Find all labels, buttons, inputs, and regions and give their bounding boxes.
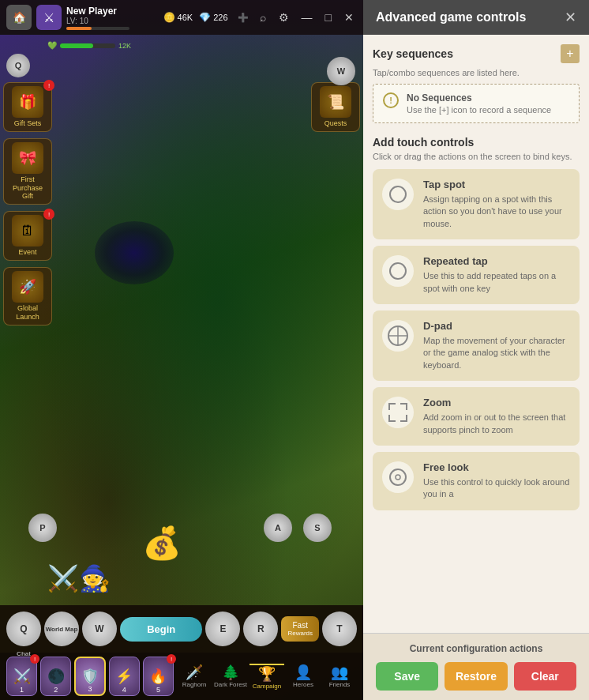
panel-title: Advanced game controls bbox=[376, 10, 526, 24]
skill-4-icon: ⚡ bbox=[115, 668, 133, 685]
skill-2[interactable]: 🌑 2 bbox=[40, 657, 71, 696]
player-info: New Player LV: 10 bbox=[66, 6, 159, 30]
skill-1[interactable]: ⚔️ 1 ! bbox=[6, 657, 37, 696]
gem-value: 226 bbox=[213, 13, 227, 22]
skill-5-badge: ! bbox=[167, 654, 176, 664]
maximize-button[interactable]: □ bbox=[322, 9, 335, 25]
s-button[interactable]: S bbox=[303, 514, 332, 542]
p-button[interactable]: P bbox=[28, 514, 57, 542]
global-launch-label: Global Launch bbox=[7, 304, 48, 322]
dpad-name: D-pad bbox=[423, 320, 570, 332]
repeated-tap-info: Repeated tap Use this to add repeated ta… bbox=[423, 255, 570, 295]
skill-5-num: 5 bbox=[156, 686, 160, 694]
hp-bar-area: 💚 12K bbox=[47, 41, 131, 50]
repeated-tap-card[interactable]: Repeated tap Use this to add repeated ta… bbox=[373, 246, 580, 304]
tap-spot-card[interactable]: Tap spot Assign tapping on a spot with t… bbox=[373, 169, 580, 239]
minimize-button[interactable]: — bbox=[298, 9, 316, 25]
zoom-card[interactable]: Zoom Add zoom in or out to the screen th… bbox=[373, 387, 580, 446]
tap-spot-name: Tap spot bbox=[423, 179, 570, 190]
repeated-tap-desc: Use this to add repeated taps on a spot … bbox=[423, 270, 570, 295]
vortex bbox=[95, 221, 174, 284]
close-window-button[interactable]: ✕ bbox=[341, 9, 357, 25]
e-button[interactable]: E bbox=[205, 612, 240, 646]
sidebar-item-event[interactable]: 🗓 Event ! bbox=[3, 211, 52, 261]
map-button[interactable]: World Map bbox=[44, 612, 79, 646]
side-menu-right: 📜 Quests bbox=[308, 79, 363, 135]
skill-1-icon: ⚔️ bbox=[13, 668, 31, 685]
nav-friends[interactable]: 👥 Friends bbox=[322, 664, 357, 690]
key-sequences-desc: Tap/combo sequences are listed here. bbox=[373, 68, 580, 77]
dpad-desc: Map the movement of your character or th… bbox=[423, 335, 570, 371]
footer-buttons: Save Restore Clear bbox=[376, 662, 576, 691]
repeated-tap-icon bbox=[382, 255, 414, 287]
touch-controls-title: Add touch controls bbox=[373, 136, 580, 149]
nav-dark-forest[interactable]: 🌲 Dark Forest bbox=[213, 664, 248, 690]
free-look-card[interactable]: Free look Use this control to quickly lo… bbox=[373, 452, 580, 510]
home-icon[interactable]: 🏠 bbox=[6, 5, 32, 30]
skill-2-icon: 🌑 bbox=[47, 668, 65, 685]
nav-raghorn[interactable]: 🗡️ Raghorn bbox=[177, 664, 212, 690]
dpad-card[interactable]: D-pad Map the movement of your character… bbox=[373, 310, 580, 381]
nav-heroes[interactable]: 👤 Heroes bbox=[286, 664, 321, 690]
skill-3-icon: 🛡️ bbox=[81, 668, 99, 685]
event-badge: ! bbox=[43, 209, 54, 220]
sidebar-item-first-purchase[interactable]: 🎀 First PurchaseGift bbox=[3, 138, 52, 205]
gift-sets-badge: ! bbox=[43, 80, 54, 91]
key-sequences-title: Key sequences bbox=[373, 47, 453, 60]
hp-fill bbox=[60, 43, 93, 48]
panel-close-button[interactable]: ✕ bbox=[565, 9, 576, 26]
free-look-info: Free look Use this control to quickly lo… bbox=[423, 461, 570, 501]
dpad-info: D-pad Map the movement of your character… bbox=[423, 320, 570, 371]
first-purchase-label: First PurchaseGift bbox=[7, 175, 48, 201]
quests-icon: 📜 bbox=[320, 86, 351, 118]
save-button[interactable]: Save bbox=[376, 662, 438, 691]
restore-button[interactable]: Restore bbox=[445, 662, 507, 691]
zoom-name: Zoom bbox=[423, 397, 570, 408]
tap-spot-info: Tap spot Assign tapping on a spot with t… bbox=[423, 179, 570, 230]
a-button[interactable]: A bbox=[264, 514, 292, 542]
game-icon[interactable]: ⚔ bbox=[36, 5, 62, 30]
quests-label: Quests bbox=[325, 119, 347, 128]
skill-3-num: 3 bbox=[88, 685, 92, 693]
t-button[interactable]: T bbox=[322, 612, 357, 646]
clear-button[interactable]: Clear bbox=[514, 662, 576, 691]
begin-button[interactable]: Begin bbox=[120, 617, 202, 642]
r-button[interactable]: R bbox=[243, 612, 278, 646]
w-action-button[interactable]: W bbox=[82, 612, 117, 646]
chat-button[interactable]: Q Chat bbox=[6, 612, 41, 646]
sidebar-item-global-launch[interactable]: 🚀 Global Launch bbox=[3, 267, 52, 326]
sidebar-item-quests[interactable]: 📜 Quests bbox=[311, 82, 360, 132]
svg-point-5 bbox=[390, 469, 406, 485]
footer-label: Current configuration actions bbox=[376, 643, 576, 654]
fast-button[interactable]: Fast Rewards bbox=[281, 616, 319, 642]
w-button[interactable]: W bbox=[327, 57, 355, 85]
settings-button[interactable]: ⚙ bbox=[276, 9, 292, 25]
skill-3[interactable]: 🛡️ 3 bbox=[74, 657, 106, 696]
event-label: Event bbox=[18, 248, 36, 257]
exp-bar bbox=[66, 27, 129, 30]
q-button[interactable]: Q bbox=[6, 54, 30, 77]
gem-stat: 💎 226 bbox=[199, 12, 227, 23]
hp-label: 12K bbox=[118, 42, 131, 50]
free-look-desc: Use this control to quickly look around … bbox=[423, 476, 570, 501]
touch-controls-desc: Click or drag the actions on the screen … bbox=[373, 152, 580, 161]
zoom-desc: Add zoom in or out to the screen that su… bbox=[423, 412, 570, 436]
skill-4[interactable]: ⚡ 4 bbox=[109, 657, 140, 696]
sidebar-item-gift-sets[interactable]: 🎁 Gift Sets ! bbox=[3, 82, 52, 132]
top-bar: 🏠 ⚔ New Player LV: 10 🪙 46K 💎 226 ➕ ⌕ ⚙ bbox=[0, 0, 363, 35]
skill-5[interactable]: 🔥 5 ! bbox=[143, 657, 174, 696]
no-sequences-text: No Sequences Use the [+] icon to record … bbox=[407, 92, 551, 115]
character-area: ⚔️🧙 bbox=[47, 563, 111, 593]
no-sequences-box: ! No Sequences Use the [+] icon to recor… bbox=[373, 84, 580, 123]
add-sequence-button[interactable]: + bbox=[561, 44, 580, 63]
search-button[interactable]: ⌕ bbox=[257, 9, 269, 25]
player-name: New Player bbox=[66, 6, 159, 17]
nav-campaign[interactable]: 🏆 Campaign bbox=[249, 664, 284, 690]
coin-icon: 🪙 bbox=[163, 12, 175, 23]
svg-point-0 bbox=[390, 186, 406, 202]
svg-point-6 bbox=[396, 475, 400, 480]
add-currency-button[interactable]: ➕ bbox=[234, 11, 252, 24]
hp-bar bbox=[60, 43, 115, 48]
key-sequences-header: Key sequences + bbox=[373, 44, 580, 63]
player-level: LV: 10 bbox=[66, 17, 159, 25]
